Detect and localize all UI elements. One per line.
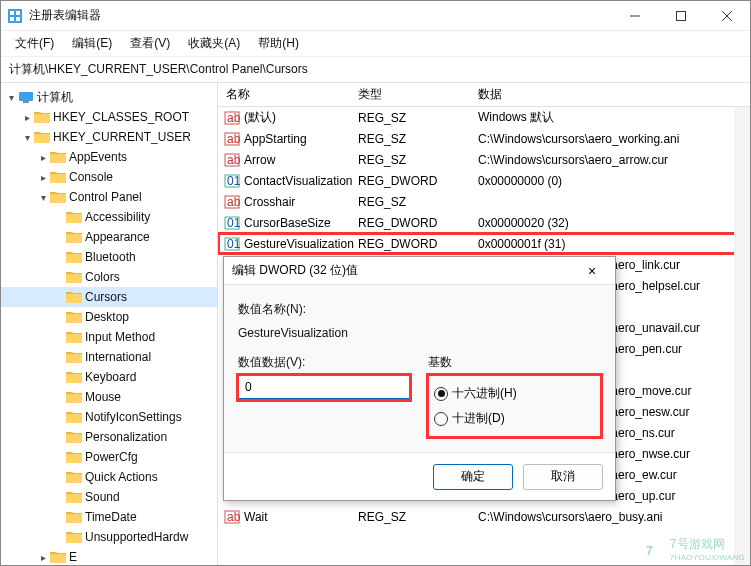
list-row[interactable]: 011GestureVisualizationREG_DWORD0x000000…: [218, 233, 750, 254]
folder-icon: [50, 150, 66, 164]
list-row[interactable]: abArrowREG_SZC:\Windows\cursors\aero_arr…: [218, 149, 750, 170]
cell-name: 011ContactVisualization: [218, 173, 358, 189]
tree-node-computer[interactable]: ▾计算机: [1, 87, 217, 107]
tree-label: Bluetooth: [85, 250, 136, 264]
menu-view[interactable]: 查看(V): [124, 33, 176, 54]
edit-dword-dialog: 编辑 DWORD (32 位)值 × 数值名称(N): GestureVisua…: [223, 256, 616, 501]
folder-icon: [66, 490, 82, 504]
menu-file[interactable]: 文件(F): [9, 33, 60, 54]
tree-node-desktop[interactable]: Desktop: [1, 307, 217, 327]
tree-node-colors[interactable]: Colors: [1, 267, 217, 287]
tree-node-powercfg[interactable]: PowerCfg: [1, 447, 217, 467]
watermark-line1: 7号游戏网: [670, 536, 745, 553]
tree-label: Accessibility: [85, 210, 150, 224]
list-row[interactable]: ab(默认)REG_SZWindows 默认: [218, 107, 750, 128]
tree-node-accessibility[interactable]: Accessibility: [1, 207, 217, 227]
maximize-button[interactable]: [658, 1, 704, 31]
folder-icon: [66, 430, 82, 444]
radio-hex-label: 十六进制(H): [452, 385, 517, 402]
list-row[interactable]: abWaitREG_SZC:\Windows\cursors\aero_busy…: [218, 506, 750, 527]
tree-node-bluetooth[interactable]: Bluetooth: [1, 247, 217, 267]
tree-twisty-icon[interactable]: ▸: [37, 552, 49, 563]
tree-node-international[interactable]: International: [1, 347, 217, 367]
folder-icon: [66, 330, 82, 344]
string-value-icon: ab: [224, 110, 240, 126]
cell-data: 0x0000001f (31): [478, 237, 750, 251]
dialog-close-button[interactable]: ×: [577, 263, 607, 279]
svg-rect-4: [16, 17, 20, 21]
radio-dec-label: 十进制(D): [452, 410, 505, 427]
col-data[interactable]: 数据: [478, 86, 750, 103]
tree-view[interactable]: ▾计算机▸HKEY_CLASSES_ROOT▾HKEY_CURRENT_USER…: [1, 83, 218, 565]
titlebar[interactable]: 注册表编辑器: [1, 1, 750, 31]
cell-data: 0x00000000 (0): [478, 174, 750, 188]
tree-node-hkcr[interactable]: ▸HKEY_CLASSES_ROOT: [1, 107, 217, 127]
tree-node-appearance[interactable]: Appearance: [1, 227, 217, 247]
tree-node-keyboard[interactable]: Keyboard: [1, 367, 217, 387]
folder-icon: [66, 510, 82, 524]
address-text: 计算机\HKEY_CURRENT_USER\Control Panel\Curs…: [9, 61, 308, 78]
tree-node-hkcu[interactable]: ▾HKEY_CURRENT_USER: [1, 127, 217, 147]
tree-node-notifyiconsettings[interactable]: NotifyIconSettings: [1, 407, 217, 427]
list-row[interactable]: abAppStartingREG_SZC:\Windows\cursors\ae…: [218, 128, 750, 149]
tree-node-cursors[interactable]: Cursors: [1, 287, 217, 307]
tree-node-input-method[interactable]: Input Method: [1, 327, 217, 347]
value-name-label: 数值名称(N):: [238, 301, 601, 318]
list-row[interactable]: 011CursorBaseSizeREG_DWORD0x00000020 (32…: [218, 212, 750, 233]
col-type[interactable]: 类型: [358, 86, 478, 103]
tree-label: PowerCfg: [85, 450, 138, 464]
maximize-icon: [676, 11, 686, 21]
list-row[interactable]: 011ContactVisualizationREG_DWORD0x000000…: [218, 170, 750, 191]
radio-dec[interactable]: 十进制(D): [434, 406, 593, 431]
value-data-highlight: [238, 375, 410, 400]
computer-icon: [18, 91, 34, 103]
tree-twisty-icon[interactable]: ▸: [37, 152, 49, 163]
tree-node-appevents[interactable]: ▸AppEvents: [1, 147, 217, 167]
folder-icon: [50, 550, 66, 564]
tree-node-timedate[interactable]: TimeDate: [1, 507, 217, 527]
menu-help[interactable]: 帮助(H): [252, 33, 305, 54]
tree-twisty-icon[interactable]: ▾: [21, 132, 33, 143]
ok-button[interactable]: 确定: [433, 464, 513, 490]
tree-label: Personalization: [85, 430, 167, 444]
watermark-line2: 7HAOYOUXIWANG: [670, 553, 745, 562]
menu-edit[interactable]: 编辑(E): [66, 33, 118, 54]
folder-icon: [66, 230, 82, 244]
radio-hex[interactable]: 十六进制(H): [434, 381, 593, 406]
cell-type: REG_DWORD: [358, 174, 478, 188]
tree-twisty-icon[interactable]: ▸: [37, 172, 49, 183]
folder-icon: [66, 390, 82, 404]
close-button[interactable]: [704, 1, 750, 31]
tree-twisty-icon[interactable]: ▸: [21, 112, 33, 123]
tree-node-personalization[interactable]: Personalization: [1, 427, 217, 447]
value-data-input[interactable]: [238, 375, 410, 400]
svg-rect-1: [10, 11, 14, 15]
tree-node-console[interactable]: ▸Console: [1, 167, 217, 187]
tree-node-unsupportedhardw[interactable]: UnsupportedHardw: [1, 527, 217, 547]
tree-node-mouse[interactable]: Mouse: [1, 387, 217, 407]
tree-node-control-panel[interactable]: ▾Control Panel: [1, 187, 217, 207]
radio-dot-icon: [434, 387, 448, 401]
tree-node-overflow[interactable]: ▸E: [1, 547, 217, 565]
regedit-icon: [7, 8, 23, 24]
tree-node-sound[interactable]: Sound: [1, 487, 217, 507]
address-bar[interactable]: 计算机\HKEY_CURRENT_USER\Control Panel\Curs…: [1, 57, 750, 83]
minimize-button[interactable]: [612, 1, 658, 31]
dialog-buttons: 确定 取消: [224, 452, 615, 500]
cell-name: 011GestureVisualization: [218, 236, 358, 252]
tree-label: Colors: [85, 270, 120, 284]
list-header: 名称 类型 数据: [218, 83, 750, 107]
tree-twisty-icon[interactable]: ▾: [37, 192, 49, 203]
vertical-scrollbar[interactable]: [734, 107, 750, 565]
cancel-button[interactable]: 取消: [523, 464, 603, 490]
col-name[interactable]: 名称: [218, 86, 358, 103]
tree-label: TimeDate: [85, 510, 137, 524]
tree-twisty-icon[interactable]: ▾: [5, 92, 17, 103]
dialog-titlebar[interactable]: 编辑 DWORD (32 位)值 ×: [224, 257, 615, 285]
menu-favorites[interactable]: 收藏夹(A): [182, 33, 246, 54]
folder-icon: [50, 170, 66, 184]
tree-node-quick-actions[interactable]: Quick Actions: [1, 467, 217, 487]
tree-label: Input Method: [85, 330, 155, 344]
list-row[interactable]: abCrosshairREG_SZ: [218, 191, 750, 212]
cell-type: REG_SZ: [358, 510, 478, 524]
